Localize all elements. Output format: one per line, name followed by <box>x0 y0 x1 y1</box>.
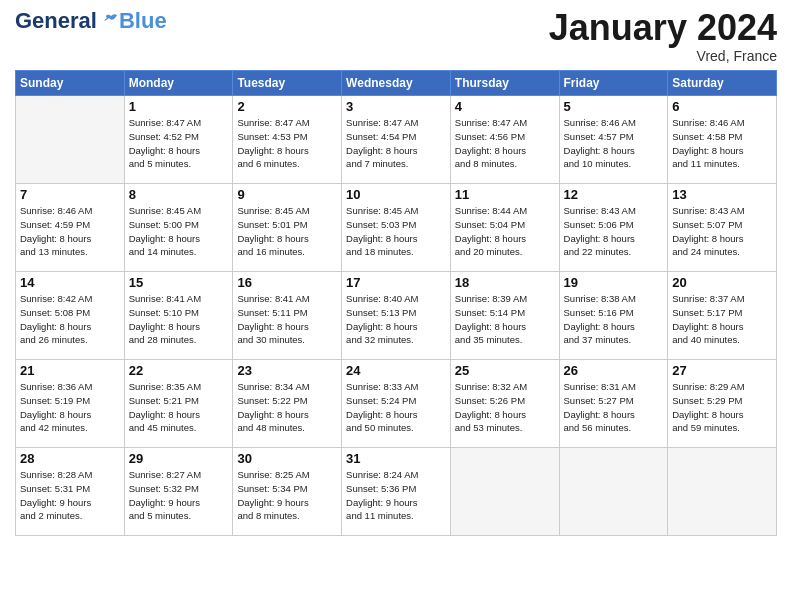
day-info: Sunrise: 8:27 AMSunset: 5:32 PMDaylight:… <box>129 468 229 523</box>
col-saturday: Saturday <box>668 71 777 96</box>
day-number: 1 <box>129 99 229 114</box>
day-info: Sunrise: 8:44 AMSunset: 5:04 PMDaylight:… <box>455 204 555 259</box>
day-number: 19 <box>564 275 664 290</box>
day-number: 10 <box>346 187 446 202</box>
calendar-cell: 10Sunrise: 8:45 AMSunset: 5:03 PMDayligh… <box>342 184 451 272</box>
day-info: Sunrise: 8:37 AMSunset: 5:17 PMDaylight:… <box>672 292 772 347</box>
calendar-cell: 4Sunrise: 8:47 AMSunset: 4:56 PMDaylight… <box>450 96 559 184</box>
day-info: Sunrise: 8:41 AMSunset: 5:10 PMDaylight:… <box>129 292 229 347</box>
logo-general-text: General <box>15 10 97 32</box>
day-number: 14 <box>20 275 120 290</box>
day-number: 22 <box>129 363 229 378</box>
col-friday: Friday <box>559 71 668 96</box>
calendar-week-4: 21Sunrise: 8:36 AMSunset: 5:19 PMDayligh… <box>16 360 777 448</box>
day-number: 20 <box>672 275 772 290</box>
calendar-cell: 11Sunrise: 8:44 AMSunset: 5:04 PMDayligh… <box>450 184 559 272</box>
location: Vred, France <box>549 48 777 64</box>
calendar-table: Sunday Monday Tuesday Wednesday Thursday… <box>15 70 777 536</box>
day-info: Sunrise: 8:47 AMSunset: 4:53 PMDaylight:… <box>237 116 337 171</box>
logo-bird-icon <box>99 11 119 31</box>
day-number: 3 <box>346 99 446 114</box>
day-info: Sunrise: 8:25 AMSunset: 5:34 PMDaylight:… <box>237 468 337 523</box>
calendar-cell <box>450 448 559 536</box>
day-number: 11 <box>455 187 555 202</box>
calendar-cell: 31Sunrise: 8:24 AMSunset: 5:36 PMDayligh… <box>342 448 451 536</box>
col-tuesday: Tuesday <box>233 71 342 96</box>
calendar-cell: 18Sunrise: 8:39 AMSunset: 5:14 PMDayligh… <box>450 272 559 360</box>
calendar-cell: 6Sunrise: 8:46 AMSunset: 4:58 PMDaylight… <box>668 96 777 184</box>
calendar-week-2: 7Sunrise: 8:46 AMSunset: 4:59 PMDaylight… <box>16 184 777 272</box>
calendar-cell <box>16 96 125 184</box>
day-number: 24 <box>346 363 446 378</box>
day-number: 15 <box>129 275 229 290</box>
day-info: Sunrise: 8:28 AMSunset: 5:31 PMDaylight:… <box>20 468 120 523</box>
day-number: 29 <box>129 451 229 466</box>
day-info: Sunrise: 8:45 AMSunset: 5:03 PMDaylight:… <box>346 204 446 259</box>
day-info: Sunrise: 8:43 AMSunset: 5:07 PMDaylight:… <box>672 204 772 259</box>
day-info: Sunrise: 8:38 AMSunset: 5:16 PMDaylight:… <box>564 292 664 347</box>
calendar-cell: 30Sunrise: 8:25 AMSunset: 5:34 PMDayligh… <box>233 448 342 536</box>
col-sunday: Sunday <box>16 71 125 96</box>
day-number: 4 <box>455 99 555 114</box>
day-info: Sunrise: 8:43 AMSunset: 5:06 PMDaylight:… <box>564 204 664 259</box>
day-info: Sunrise: 8:46 AMSunset: 4:58 PMDaylight:… <box>672 116 772 171</box>
calendar-cell: 22Sunrise: 8:35 AMSunset: 5:21 PMDayligh… <box>124 360 233 448</box>
day-number: 12 <box>564 187 664 202</box>
calendar-cell: 1Sunrise: 8:47 AMSunset: 4:52 PMDaylight… <box>124 96 233 184</box>
day-info: Sunrise: 8:29 AMSunset: 5:29 PMDaylight:… <box>672 380 772 435</box>
calendar-cell: 16Sunrise: 8:41 AMSunset: 5:11 PMDayligh… <box>233 272 342 360</box>
day-info: Sunrise: 8:34 AMSunset: 5:22 PMDaylight:… <box>237 380 337 435</box>
col-monday: Monday <box>124 71 233 96</box>
header-row: Sunday Monday Tuesday Wednesday Thursday… <box>16 71 777 96</box>
logo: General Blue <box>15 10 167 32</box>
day-info: Sunrise: 8:46 AMSunset: 4:59 PMDaylight:… <box>20 204 120 259</box>
calendar-week-3: 14Sunrise: 8:42 AMSunset: 5:08 PMDayligh… <box>16 272 777 360</box>
calendar-cell: 21Sunrise: 8:36 AMSunset: 5:19 PMDayligh… <box>16 360 125 448</box>
calendar-cell: 17Sunrise: 8:40 AMSunset: 5:13 PMDayligh… <box>342 272 451 360</box>
calendar-cell: 28Sunrise: 8:28 AMSunset: 5:31 PMDayligh… <box>16 448 125 536</box>
main-container: General Blue January 2024 Vred, France S… <box>0 0 792 546</box>
calendar-week-1: 1Sunrise: 8:47 AMSunset: 4:52 PMDaylight… <box>16 96 777 184</box>
day-number: 7 <box>20 187 120 202</box>
calendar-cell: 9Sunrise: 8:45 AMSunset: 5:01 PMDaylight… <box>233 184 342 272</box>
day-info: Sunrise: 8:47 AMSunset: 4:56 PMDaylight:… <box>455 116 555 171</box>
day-number: 27 <box>672 363 772 378</box>
calendar-cell <box>559 448 668 536</box>
day-number: 30 <box>237 451 337 466</box>
calendar-cell: 3Sunrise: 8:47 AMSunset: 4:54 PMDaylight… <box>342 96 451 184</box>
day-info: Sunrise: 8:45 AMSunset: 5:01 PMDaylight:… <box>237 204 337 259</box>
day-number: 16 <box>237 275 337 290</box>
calendar-cell: 5Sunrise: 8:46 AMSunset: 4:57 PMDaylight… <box>559 96 668 184</box>
day-info: Sunrise: 8:45 AMSunset: 5:00 PMDaylight:… <box>129 204 229 259</box>
calendar-cell: 20Sunrise: 8:37 AMSunset: 5:17 PMDayligh… <box>668 272 777 360</box>
title-block: January 2024 Vred, France <box>549 10 777 64</box>
col-thursday: Thursday <box>450 71 559 96</box>
day-number: 2 <box>237 99 337 114</box>
calendar-cell: 7Sunrise: 8:46 AMSunset: 4:59 PMDaylight… <box>16 184 125 272</box>
day-number: 9 <box>237 187 337 202</box>
day-info: Sunrise: 8:33 AMSunset: 5:24 PMDaylight:… <box>346 380 446 435</box>
day-number: 21 <box>20 363 120 378</box>
calendar-cell: 27Sunrise: 8:29 AMSunset: 5:29 PMDayligh… <box>668 360 777 448</box>
day-info: Sunrise: 8:36 AMSunset: 5:19 PMDaylight:… <box>20 380 120 435</box>
calendar-cell: 29Sunrise: 8:27 AMSunset: 5:32 PMDayligh… <box>124 448 233 536</box>
day-info: Sunrise: 8:46 AMSunset: 4:57 PMDaylight:… <box>564 116 664 171</box>
col-wednesday: Wednesday <box>342 71 451 96</box>
month-title: January 2024 <box>549 10 777 46</box>
day-number: 18 <box>455 275 555 290</box>
day-number: 26 <box>564 363 664 378</box>
day-info: Sunrise: 8:47 AMSunset: 4:52 PMDaylight:… <box>129 116 229 171</box>
calendar-cell: 13Sunrise: 8:43 AMSunset: 5:07 PMDayligh… <box>668 184 777 272</box>
day-number: 8 <box>129 187 229 202</box>
calendar-cell: 26Sunrise: 8:31 AMSunset: 5:27 PMDayligh… <box>559 360 668 448</box>
day-number: 28 <box>20 451 120 466</box>
day-number: 5 <box>564 99 664 114</box>
day-number: 17 <box>346 275 446 290</box>
day-info: Sunrise: 8:31 AMSunset: 5:27 PMDaylight:… <box>564 380 664 435</box>
day-info: Sunrise: 8:40 AMSunset: 5:13 PMDaylight:… <box>346 292 446 347</box>
calendar-week-5: 28Sunrise: 8:28 AMSunset: 5:31 PMDayligh… <box>16 448 777 536</box>
logo-blue-text: Blue <box>119 10 167 32</box>
calendar-cell: 15Sunrise: 8:41 AMSunset: 5:10 PMDayligh… <box>124 272 233 360</box>
day-info: Sunrise: 8:24 AMSunset: 5:36 PMDaylight:… <box>346 468 446 523</box>
day-info: Sunrise: 8:47 AMSunset: 4:54 PMDaylight:… <box>346 116 446 171</box>
